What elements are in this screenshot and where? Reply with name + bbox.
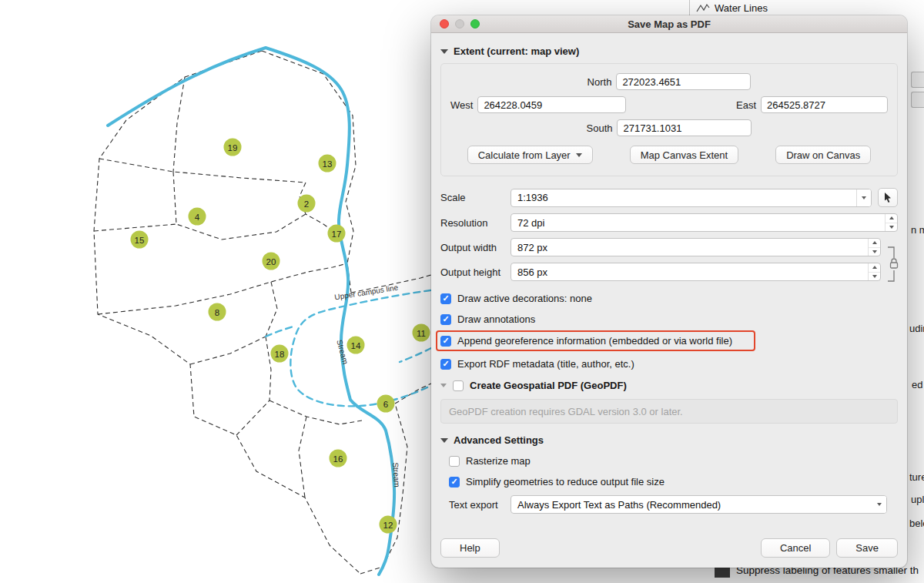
set-scale-from-canvas-button[interactable]	[878, 188, 898, 207]
stepper-up-icon[interactable]	[869, 239, 880, 248]
map-marker: 16	[330, 450, 347, 467]
stepper-down-icon[interactable]	[886, 223, 897, 232]
chevron-down-icon	[877, 503, 882, 506]
output-height-stepper[interactable]	[868, 263, 880, 280]
background-panel-fragment	[911, 72, 924, 88]
map-marker: 15	[131, 231, 149, 249]
map-canvas-extent-button[interactable]: Map Canvas Extent	[630, 146, 738, 164]
output-width-spinbox[interactable]: 872 px	[511, 238, 881, 256]
append-georeference-label: Append georeference information (embedde…	[457, 335, 732, 347]
help-button[interactable]: Help	[440, 538, 500, 558]
checkbox-icon	[449, 477, 460, 488]
background-text-fragment: ed	[912, 379, 922, 390]
west-input[interactable]	[477, 96, 626, 113]
extent-section-header[interactable]: Extent (current: map view)	[440, 45, 898, 57]
save-label: Save	[855, 542, 879, 554]
checkbox-icon	[440, 314, 451, 325]
close-window-button[interactable]	[440, 19, 449, 28]
scale-value[interactable]: 1:1936	[511, 192, 856, 203]
resolution-label: Resolution	[440, 217, 511, 229]
stepper-down-icon[interactable]	[869, 248, 880, 256]
calculate-from-layer-label: Calculate from Layer	[478, 149, 571, 161]
water-line-solid	[108, 48, 394, 575]
scale-dropdown-button[interactable]	[856, 189, 871, 206]
north-input[interactable]	[616, 73, 751, 90]
dialog-titlebar[interactable]: Save Map as PDF	[431, 15, 907, 33]
screen: 19 13 2 4 17 15 20 8 11 14 18 6 16 12 Up…	[0, 0, 924, 583]
cancel-label: Cancel	[780, 542, 811, 554]
background-panel-fragment	[911, 92, 924, 108]
append-georeference-checkbox[interactable]: Append georeference information (embedde…	[440, 335, 732, 347]
map-canvas-extent-label: Map Canvas Extent	[641, 149, 728, 161]
map-marker: 4	[189, 208, 206, 226]
panel-divider	[689, 0, 690, 15]
draw-decorations-checkbox[interactable]: Draw active decorations: none	[440, 293, 898, 304]
output-height-label: Output height	[440, 266, 511, 278]
checkbox-icon	[440, 293, 451, 304]
resolution-stepper[interactable]	[885, 214, 897, 231]
geopdf-note: GeoPDF creation requires GDAL version 3.…	[440, 399, 898, 424]
calculate-from-layer-button[interactable]: Calculate from Layer	[467, 146, 593, 164]
map-marker: 20	[263, 253, 280, 270]
export-rdf-label: Export RDF metadata (title, author, etc.…	[457, 358, 634, 370]
draw-on-canvas-label: Draw on Canvas	[786, 149, 860, 161]
map-marker: 18	[271, 345, 289, 363]
lock-aspect-ratio-icon[interactable]	[886, 243, 899, 286]
chevron-down-icon	[576, 153, 582, 157]
minimize-window-button[interactable]	[455, 19, 464, 28]
advanced-section-header[interactable]: Advanced Settings	[440, 434, 898, 446]
text-export-value: Always Export Text as Paths (Recommended…	[511, 499, 872, 511]
background-text-fragment: udin	[909, 323, 924, 334]
advanced-section-title: Advanced Settings	[454, 434, 544, 446]
draw-decorations-label: Draw active decorations: none	[457, 293, 592, 304]
stepper-up-icon[interactable]	[869, 263, 880, 273]
dialog-footer: Help Cancel Save	[440, 538, 898, 558]
draw-annotations-label: Draw annotations	[457, 313, 535, 325]
draw-annotations-checkbox[interactable]: Draw annotations	[440, 313, 898, 325]
map-label-stream: Stream	[391, 462, 401, 488]
create-geopdf-checkbox[interactable]	[453, 380, 464, 391]
south-input[interactable]	[617, 119, 752, 136]
output-width-label: Output width	[440, 242, 511, 253]
export-rdf-checkbox[interactable]: Export RDF metadata (title, author, etc.…	[440, 358, 898, 370]
rasterize-map-label: Rasterize map	[466, 455, 531, 467]
background-text-fragment: n m	[911, 224, 924, 236]
north-label: North	[588, 76, 612, 88]
text-export-arrow[interactable]	[872, 496, 886, 513]
save-map-as-pdf-dialog: Save Map as PDF Extent (current: map vie…	[431, 15, 907, 568]
dialog-title: Save Map as PDF	[431, 18, 907, 30]
create-geopdf-section-header[interactable]: Create Geospatial PDF (GeoPDF)	[440, 380, 898, 391]
east-input[interactable]	[761, 96, 888, 113]
background-text-fragment: ture	[909, 471, 924, 483]
stepper-down-icon[interactable]	[869, 273, 880, 281]
east-label: East	[736, 99, 756, 111]
simplify-geometries-checkbox[interactable]: Simplify geometries to reduce output fil…	[449, 476, 898, 488]
layer-item-water-lines[interactable]: Water Lines	[696, 1, 768, 15]
resolution-value[interactable]: 72 dpi	[511, 214, 885, 231]
output-height-value[interactable]: 856 px	[511, 263, 868, 280]
draw-on-canvas-button[interactable]: Draw on Canvas	[775, 146, 871, 164]
checkbox-icon	[440, 336, 451, 347]
cancel-button[interactable]: Cancel	[761, 538, 830, 558]
output-height-spinbox[interactable]: 856 px	[511, 263, 881, 281]
window-controls	[440, 19, 480, 28]
create-geopdf-label: Create Geospatial PDF (GeoPDF)	[470, 380, 627, 391]
scale-combobox[interactable]: 1:1936	[511, 189, 872, 207]
cursor-icon	[882, 192, 893, 203]
collapse-triangle-icon	[440, 384, 447, 387]
chevron-down-icon	[862, 196, 866, 199]
map-marker: 19	[224, 139, 242, 156]
save-button[interactable]: Save	[836, 538, 898, 558]
text-export-dropdown[interactable]: Always Export Text as Paths (Recommended…	[511, 495, 887, 514]
zoom-window-button[interactable]	[470, 19, 480, 28]
rasterize-map-checkbox[interactable]: Rasterize map	[449, 455, 898, 467]
collapse-triangle-icon	[440, 49, 448, 54]
background-text-fragment: upl	[911, 494, 924, 505]
layer-item-label: Water Lines	[715, 2, 768, 14]
resolution-spinbox[interactable]: 72 dpi	[511, 213, 898, 232]
checkbox-icon	[449, 456, 460, 467]
output-width-stepper[interactable]	[868, 239, 880, 256]
output-width-value[interactable]: 872 px	[511, 239, 868, 256]
stepper-up-icon[interactable]	[886, 214, 897, 223]
simplify-geometries-label: Simplify geometries to reduce output fil…	[466, 476, 665, 488]
